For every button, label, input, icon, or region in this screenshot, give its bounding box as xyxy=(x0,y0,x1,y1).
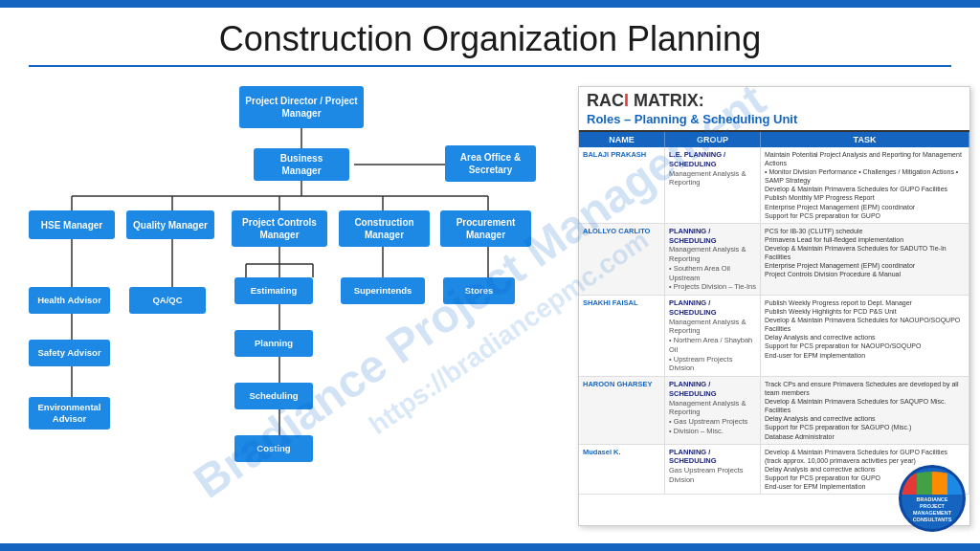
org-box-pm2: Procurement Manager xyxy=(440,210,531,247)
raci-cell-group: PLANNING / SCHEDULING Management Analysi… xyxy=(665,377,761,444)
org-box-sa: Safety Advisor xyxy=(29,340,110,366)
org-box-cost: Costing xyxy=(234,435,313,462)
raci-subtitle: Roles – Planning & Scheduling Unit xyxy=(587,112,962,126)
raci-col-task: TASK xyxy=(761,132,969,147)
raci-row: ALOLLYO CARLITO PLANNING / SCHEDULING Ma… xyxy=(579,224,969,296)
org-box-ea: Environmental Advisor xyxy=(29,397,110,430)
raci-cell-name: BALAJI PRAKASH xyxy=(579,147,665,223)
org-box-sched: Scheduling xyxy=(234,383,313,409)
raci-cell-name: SHAKHI FAISAL xyxy=(579,296,665,376)
raci-cell-task: Track CPs and ensure Primavera Schedules… xyxy=(761,377,969,444)
raci-title: RACI MATRIX: xyxy=(587,91,962,111)
org-box-qa: QA/QC xyxy=(129,287,206,314)
bottom-bar xyxy=(0,543,980,551)
org-box-sup: Superintends xyxy=(341,277,425,304)
raci-table-header: NAME GROUP TASK xyxy=(579,132,969,147)
raci-header: RACI MATRIX: Roles – Planning & Scheduli… xyxy=(579,87,969,132)
raci-col-name: NAME xyxy=(579,132,665,147)
org-box-pm: Project Director / Project Manager xyxy=(239,86,364,128)
org-box-pcm: Project Controls Manager xyxy=(232,210,327,247)
raci-cell-name: Mudasel K. xyxy=(579,445,665,494)
logo-colors xyxy=(902,472,963,495)
org-box-plan: Planning xyxy=(234,330,313,357)
raci-col-group: GROUP xyxy=(665,132,761,147)
raci-cell-task: Maintain Potential Project Analysis and … xyxy=(761,147,969,223)
top-bar xyxy=(0,0,980,8)
org-box-cm: Construction Manager xyxy=(339,210,430,247)
slide-title: Construction Organization Planning xyxy=(0,8,980,65)
raci-rac: RAC xyxy=(587,91,624,110)
raci-panel: RACI MATRIX: Roles – Planning & Scheduli… xyxy=(578,86,970,526)
logo-circle: BRADIANCEPROJECTMANAGEMENTCONSULTANTS xyxy=(899,465,966,532)
raci-cell-group: L.E. PLANNING / SCHEDULING Management An… xyxy=(665,147,761,223)
logo-orange xyxy=(932,472,947,495)
org-box-ha: Health Advisor xyxy=(29,287,110,314)
logo-text: BRADIANCEPROJECTMANAGEMENTCONSULTANTS xyxy=(910,495,955,526)
logo-green xyxy=(917,472,932,495)
org-box-stores: Stores xyxy=(443,277,515,304)
raci-cell-group: PLANNING / SCHEDULING Management Analysi… xyxy=(665,224,761,295)
raci-cell-name: HAROON GHARSEY xyxy=(579,377,665,444)
raci-cell-name: ALOLLYO CARLITO xyxy=(579,224,665,295)
slide: Construction Organization Planning xyxy=(0,0,980,551)
org-chart: Project Director / Project Manager Busin… xyxy=(19,86,574,536)
raci-cell-group: PLANNING / SCHEDULING Gas Upstream Proje… xyxy=(665,445,761,494)
raci-cell-group: PLANNING / SCHEDULING Management Analysi… xyxy=(665,296,761,376)
raci-cell-task: PCS for IB-30 (CLUTF) schedule Primavera… xyxy=(761,224,969,295)
org-box-bm: Business Manager xyxy=(254,148,349,181)
raci-suffix: MATRIX: xyxy=(629,91,704,110)
raci-cell-task: Publish Weekly Progress report to Dept. … xyxy=(761,296,969,376)
org-box-ao: Area Office & Secretary xyxy=(445,145,536,182)
raci-row: BALAJI PRAKASH L.E. PLANNING / SCHEDULIN… xyxy=(579,147,969,224)
raci-row: SHAKHI FAISAL PLANNING / SCHEDULING Mana… xyxy=(579,296,969,377)
raci-row: HAROON GHARSEY PLANNING / SCHEDULING Man… xyxy=(579,377,969,445)
org-box-qm: Quality Manager xyxy=(126,210,214,239)
org-box-est: Estimating xyxy=(234,277,313,304)
title-underline xyxy=(29,65,951,67)
org-box-hse: HSE Manager xyxy=(29,210,115,239)
